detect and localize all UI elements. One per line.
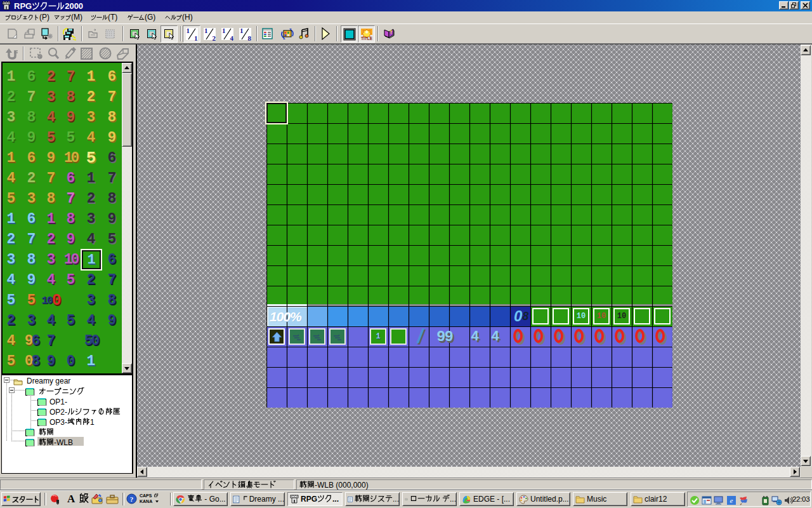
svg-text:e: e (730, 497, 733, 504)
svg-text:TITLE: TITLE (360, 36, 372, 41)
svg-text:?: ? (130, 495, 134, 503)
